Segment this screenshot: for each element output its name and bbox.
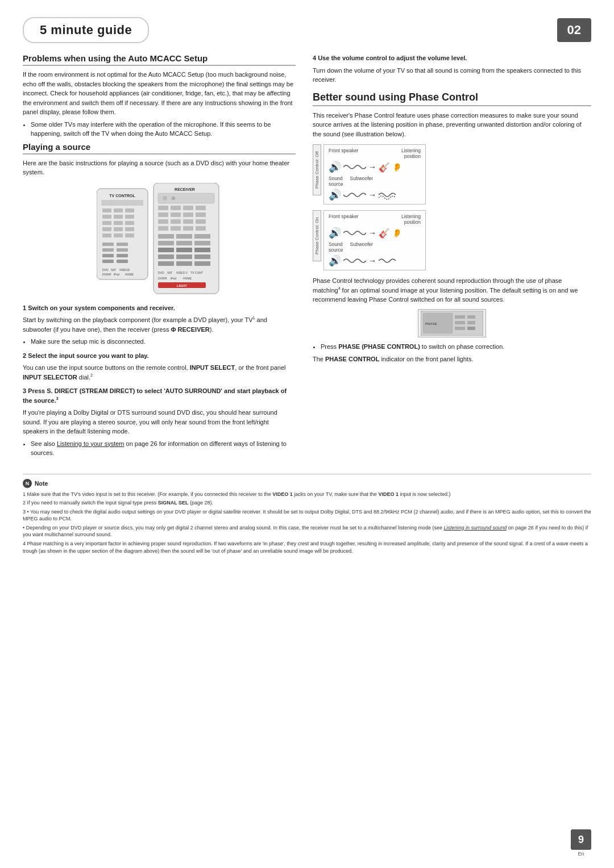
svg-rect-49 <box>158 226 168 231</box>
step-3-title: 3 Press S. DIRECT (STREAM DIRECT) to sel… <box>23 386 296 405</box>
svg-text:RECEIVER: RECEIVER <box>175 187 195 191</box>
svg-rect-61 <box>194 248 210 252</box>
step-3-bullet: See also Listening to your system on pag… <box>31 439 296 458</box>
speaker-icon-2: 🔊 <box>329 189 341 201</box>
speaker-icon-4: 🔊 <box>329 254 341 267</box>
svg-rect-38 <box>171 206 181 210</box>
svg-text:SAT: SAT <box>167 271 172 274</box>
svg-rect-39 <box>183 206 193 210</box>
svg-rect-51 <box>183 226 193 231</box>
step-3: 3 Press S. DIRECT (STREAM DIRECT) to sel… <box>23 386 296 458</box>
chapter-number: 02 <box>557 18 591 42</box>
svg-rect-24 <box>102 260 114 263</box>
receiver-svg-small: PHASE <box>421 311 483 336</box>
remote-svg: TV CONTROL <box>97 183 222 297</box>
better-sound-section: Better sound using Phase Control This re… <box>313 91 591 364</box>
svg-rect-11 <box>125 221 134 225</box>
svg-rect-83 <box>467 321 475 324</box>
problems-bullet-1: Some older TVs may interfere with the op… <box>31 120 296 139</box>
svg-rect-45 <box>158 219 168 224</box>
svg-rect-57 <box>176 241 192 245</box>
svg-rect-2 <box>101 200 143 206</box>
note-section: N Note 1 Make sure that the TV's video i… <box>23 474 591 555</box>
problems-section: Problems when using the Auto MCACC Setup… <box>23 53 296 139</box>
better-sound-heading: Better sound using Phase Control <box>313 91 591 106</box>
svg-rect-64 <box>194 254 210 259</box>
step-1: 1 Switch on your system components and r… <box>23 303 296 347</box>
page-number-box: 9 En <box>571 829 591 857</box>
phase-body2: Phase Control technology provides cohere… <box>313 276 591 304</box>
svg-rect-16 <box>114 233 123 237</box>
inverted-wave <box>379 189 396 201</box>
arrow-1: → <box>368 162 376 172</box>
svg-rect-44 <box>196 212 206 217</box>
svg-rect-21 <box>117 248 128 252</box>
phase-off-label: Phase Control: Off <box>313 144 321 195</box>
problems-body: If the room environment is not optimal f… <box>23 70 296 117</box>
svg-rect-23 <box>117 254 128 257</box>
arrow-2: → <box>368 190 376 199</box>
speaker-icon-1: 🔊 <box>329 161 341 173</box>
note-item-3: 3 • You may need to check the digital au… <box>23 508 591 523</box>
playing-source-intro: Here are the basic instructions for play… <box>23 158 296 177</box>
svg-rect-84 <box>467 327 475 330</box>
svg-rect-7 <box>114 215 123 219</box>
svg-point-36 <box>172 197 175 200</box>
page-lang: En <box>578 851 584 857</box>
receiver-small-image: PHASE <box>418 309 486 337</box>
svg-rect-47 <box>183 219 193 224</box>
phase-indicator-text: The PHASE CONTROL indicator on the front… <box>313 354 591 364</box>
svg-rect-6 <box>102 215 111 219</box>
svg-text:LIGHT: LIGHT <box>177 284 187 287</box>
phase-bullet: Press PHASE (PHASE CONTROL) to switch on… <box>321 342 591 352</box>
svg-rect-14 <box>125 227 134 231</box>
header-bar: 5 minute guide 02 <box>23 17 591 43</box>
phase-diagrams-container: Phase Control: Off Front speaker Listeni… <box>313 144 591 205</box>
phase-on-diagram: Phase Control: On Front speaker Listenin… <box>313 210 591 270</box>
left-column: Problems when using the Auto MCACC Setup… <box>23 53 296 462</box>
svg-rect-58 <box>194 241 210 245</box>
svg-rect-63 <box>176 254 192 259</box>
step-3-body: If you're playing a Dolby Digital or DTS… <box>23 408 296 436</box>
svg-rect-17 <box>125 233 134 237</box>
step-2-body: You can use the input source buttons on … <box>23 363 296 382</box>
speaker-icon-3: 🔊 <box>329 227 341 239</box>
svg-rect-41 <box>158 212 168 217</box>
phase-bullet-list: Press PHASE (PHASE CONTROL) to switch on… <box>321 342 591 352</box>
svg-text:iPod: iPod <box>114 273 119 276</box>
svg-rect-9 <box>102 221 111 225</box>
svg-rect-82 <box>467 315 475 319</box>
svg-rect-53 <box>158 234 174 239</box>
svg-rect-18 <box>102 243 114 246</box>
svg-rect-80 <box>455 321 465 324</box>
svg-rect-55 <box>194 234 210 239</box>
svg-rect-19 <box>117 243 128 246</box>
svg-text:DVR/R: DVR/R <box>102 273 111 276</box>
page-number: 9 <box>571 829 591 850</box>
svg-text:VIDEO 2: VIDEO 2 <box>176 271 188 274</box>
wave-line-4 <box>343 256 366 265</box>
svg-text:TV CONT: TV CONT <box>190 271 203 274</box>
svg-rect-46 <box>171 219 181 224</box>
svg-rect-12 <box>102 227 111 231</box>
phase-on-content: Front speaker Listening position 🔊 → 🎸 👂 <box>323 210 426 270</box>
ear-icon-2: 👂 <box>392 228 402 237</box>
svg-rect-81 <box>455 327 465 330</box>
step-4-heading: 4 Use the volume control to adjust the v… <box>313 53 591 63</box>
step-3-bullets: See also Listening to your system on pag… <box>31 439 296 458</box>
step-4-section: 4 Use the volume control to adjust the v… <box>313 53 591 85</box>
note-item-4: 4 Phase matching is a very important fac… <box>23 540 591 554</box>
note-item-3b: • Depending on your DVD player or source… <box>23 524 591 539</box>
svg-rect-65 <box>158 261 174 266</box>
right-column: 4 Use the volume control to adjust the v… <box>313 53 591 462</box>
svg-text:SAT: SAT <box>111 268 116 272</box>
svg-rect-40 <box>196 206 206 210</box>
arrow-4: → <box>368 256 376 265</box>
svg-rect-54 <box>176 234 192 239</box>
svg-text:DVD: DVD <box>102 268 109 272</box>
svg-rect-48 <box>196 219 206 224</box>
note-title: N Note <box>23 479 591 488</box>
svg-rect-4 <box>114 208 123 212</box>
svg-rect-67 <box>194 261 210 266</box>
svg-rect-8 <box>125 215 134 219</box>
